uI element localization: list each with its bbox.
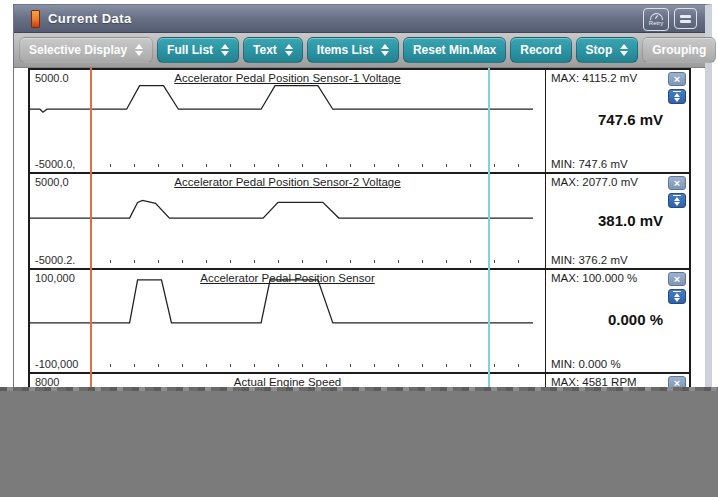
current-data-icon	[31, 10, 40, 28]
min-value-label: MIN: 376.2 mV	[551, 254, 628, 266]
waveform-line	[30, 86, 533, 112]
button-label: Grouping	[652, 43, 706, 57]
list-icon	[680, 15, 691, 18]
toolbar: Selective Display Full List Text Items L…	[14, 33, 705, 68]
reset-minmax-button[interactable]: Reset Min.Max	[403, 37, 506, 63]
spinner-icon	[381, 44, 389, 56]
button-label: Stop	[586, 43, 613, 57]
graph-area: 5000.0 -5000.0, Accelerator Pedal Positi…	[14, 68, 705, 389]
waveform	[30, 174, 545, 268]
graph-panel-aps-percent: 100,000 -100,000 Accelerator Pedal Posit…	[28, 268, 691, 372]
close-panel-button[interactable]: ×	[668, 176, 686, 190]
x-axis-ticks	[110, 364, 533, 367]
max-value-label: MAX: 4115.2 mV	[551, 72, 637, 84]
x-axis-ticks	[110, 164, 533, 167]
value-panel: MAX: 4115.2 mV 747.6 mV MIN: 747.6 mV ×	[545, 70, 689, 172]
list-view-button[interactable]	[674, 8, 697, 29]
items-list-button[interactable]: Items List	[307, 37, 399, 63]
plot-area: 100,000 -100,000 Accelerator Pedal Posit…	[30, 270, 545, 372]
waveform	[30, 70, 545, 172]
max-value-label: MAX: 2077.0 mV	[551, 176, 638, 188]
retry-gauge-button[interactable]: Retry	[643, 8, 669, 31]
button-label: Record	[520, 43, 561, 57]
spinner-icon	[135, 44, 143, 56]
record-button[interactable]: Record	[510, 37, 571, 63]
value-panel: MAX: 100.000 % 0.000 % MIN: 0.000 % ×	[545, 270, 689, 372]
button-label: Full List	[167, 43, 213, 57]
move-panel-updown-button[interactable]	[668, 89, 686, 104]
spinner-icon	[285, 44, 293, 56]
current-data-window: Current Data Retry Selective Display Ful…	[13, 4, 712, 389]
spinner-icon	[620, 44, 628, 56]
move-panel-updown-button[interactable]	[668, 193, 686, 208]
grouping-button[interactable]: Grouping	[642, 37, 716, 63]
current-value: 0.000 %	[608, 311, 663, 328]
button-label: Selective Display	[29, 43, 127, 57]
page: Current Data Retry Selective Display Ful…	[0, 0, 718, 503]
plot-area: 5000.0 -5000.0, Accelerator Pedal Positi…	[30, 70, 545, 172]
title-bar: Current Data Retry	[14, 5, 705, 33]
close-panel-button[interactable]: ×	[668, 72, 686, 86]
text-mode-button[interactable]: Text	[243, 37, 303, 63]
max-value-label: MAX: 100.000 %	[551, 272, 637, 284]
waveform-line	[30, 280, 533, 323]
close-panel-button[interactable]: ×	[668, 272, 686, 286]
stop-button[interactable]: Stop	[576, 37, 639, 63]
graph-panel-aps2-voltage: 5000,0 -5000.2. Accelerator Pedal Positi…	[28, 172, 691, 268]
current-value: 381.0 mV	[598, 212, 663, 229]
selective-display-button[interactable]: Selective Display	[19, 37, 153, 63]
screenshot-cutoff-area	[0, 389, 718, 497]
button-label: Reset Min.Max	[413, 43, 496, 57]
spinner-icon	[221, 44, 229, 56]
plot-area: 5000,0 -5000.2. Accelerator Pedal Positi…	[30, 174, 545, 268]
retry-icon-label: Retry	[649, 20, 663, 27]
full-list-button[interactable]: Full List	[157, 37, 239, 63]
graph-panel-aps1-voltage: 5000.0 -5000.0, Accelerator Pedal Positi…	[28, 68, 691, 172]
button-label: Items List	[317, 43, 373, 57]
waveform-line	[30, 200, 533, 218]
button-label: Text	[253, 43, 277, 57]
window-title: Current Data	[48, 11, 132, 26]
x-axis-ticks	[110, 260, 533, 263]
cursor-line-cyan[interactable]	[488, 68, 490, 389]
min-value-label: MIN: 747.6 mV	[551, 158, 628, 170]
current-value: 747.6 mV	[598, 111, 663, 128]
value-panel: MAX: 2077.0 mV 381.0 mV MIN: 376.2 mV ×	[545, 174, 689, 268]
list-icon	[680, 20, 691, 23]
move-panel-updown-button[interactable]	[668, 289, 686, 304]
gauge-icon	[650, 13, 663, 20]
min-value-label: MIN: 0.000 %	[551, 358, 621, 370]
cursor-line-orange[interactable]	[90, 68, 92, 389]
waveform	[30, 270, 545, 372]
